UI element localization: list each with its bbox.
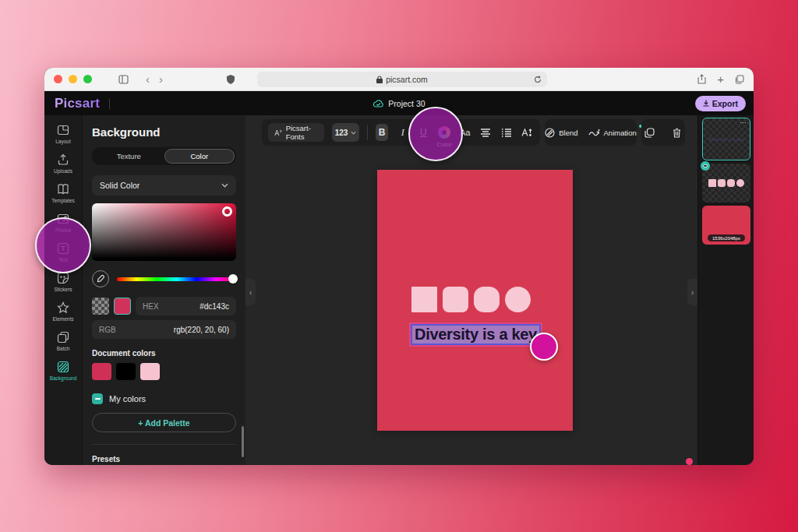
reload-icon[interactable] (534, 76, 542, 83)
shape-circle[interactable] (505, 287, 531, 312)
color-picker-handle[interactable] (222, 206, 232, 217)
list-icon (501, 129, 512, 137)
sidebar-item-layout[interactable]: Layout (55, 124, 71, 144)
layer-shapes-thumbnail[interactable] (702, 164, 750, 203)
forward-button[interactable]: › (154, 73, 168, 85)
export-button[interactable]: Export (695, 96, 746, 111)
expand-panel-button[interactable]: › (687, 279, 697, 305)
browser-titlebar: ‹ › picsart.com + (44, 68, 754, 91)
minimize-window-button[interactable] (69, 75, 77, 83)
background-panel: Background Texture Color Solid Color (82, 115, 245, 465)
layer-visibility-icon[interactable] (701, 161, 710, 171)
color-swatch[interactable] (140, 363, 160, 380)
project-chip[interactable]: Project 30 (373, 99, 425, 108)
sidebar-toggle-icon[interactable] (118, 75, 129, 84)
lock-icon (376, 76, 383, 83)
font-name: Picsart-Fonts (286, 124, 318, 141)
add-palette-button[interactable]: + Add Palette (92, 413, 236, 432)
color-swatch[interactable] (92, 363, 111, 380)
letter-spacing-icon (521, 128, 533, 137)
sidebar-item-background[interactable]: Background (50, 361, 77, 381)
back-button[interactable]: ‹ (141, 73, 154, 85)
new-tab-icon[interactable]: + (717, 72, 724, 86)
sidebar-item-templates[interactable]: Templates (51, 183, 75, 203)
saturation-brightness-field[interactable] (92, 203, 236, 261)
picsart-logo[interactable]: Picsart (55, 96, 100, 111)
layer-menu-icon[interactable]: ⋯ (740, 119, 747, 126)
address-bar[interactable]: picsart.com (257, 72, 547, 87)
rgb-label: RGB (99, 326, 116, 334)
close-window-button[interactable] (54, 75, 62, 83)
notification-dot (686, 458, 693, 465)
sidebar-item-uploads[interactable]: Uploads (54, 153, 72, 174)
blend-label: Blend (559, 129, 577, 137)
text-align-button[interactable] (479, 124, 493, 141)
font-size-value: 123 (335, 129, 348, 137)
hex-input[interactable]: HEX #dc143c (136, 297, 236, 315)
line-spacing-button[interactable] (500, 124, 514, 141)
shape-rounded-square[interactable] (443, 287, 468, 312)
toolbar-separator (367, 125, 368, 140)
font-size-select[interactable]: 123 (332, 123, 359, 142)
headline-text-selected[interactable]: Diversity is a key (411, 324, 541, 345)
delete-button[interactable] (669, 124, 685, 141)
duplicate-icon (644, 128, 655, 138)
tab-color[interactable]: Color (164, 149, 235, 164)
layout-icon (57, 124, 69, 136)
font-icon (274, 129, 282, 137)
effects-toolbar: Blend Animation (545, 119, 637, 146)
cloud-saved-icon (373, 99, 383, 108)
blend-button[interactable]: Blend (545, 128, 577, 138)
presets-label: Presets (92, 455, 236, 463)
sidebar-item-batch[interactable]: Batch (57, 331, 70, 351)
hex-label: HEX (143, 302, 159, 311)
eyedropper-icon (97, 275, 104, 283)
download-icon (703, 100, 709, 107)
hue-slider-handle[interactable] (228, 274, 238, 284)
texture-color-tabs: Texture Color (92, 147, 236, 165)
letter-spacing-button[interactable] (521, 124, 534, 141)
templates-icon (57, 183, 69, 196)
header-divider (109, 98, 110, 109)
sidebar-item-stickers[interactable]: Stickers (54, 272, 72, 292)
rgb-value: rgb(220, 20, 60) (174, 326, 229, 334)
my-colors-label: My colors (109, 394, 146, 403)
project-name: Project 30 (388, 99, 425, 108)
document-colors-row (92, 363, 236, 380)
fill-type-select[interactable]: Solid Color (92, 175, 236, 196)
bold-button[interactable]: B (376, 124, 389, 141)
share-icon[interactable] (697, 74, 706, 84)
layer-background-thumbnail[interactable]: 1536x2048px (702, 206, 750, 245)
current-color-swatch[interactable] (114, 298, 131, 315)
rgb-input[interactable]: RGB rgb(220, 20, 60) (92, 320, 236, 339)
trash-icon (673, 128, 681, 138)
layer-text-thumbnail[interactable]: Diversity is a key ⋯ (702, 118, 750, 160)
my-colors-row[interactable]: My colors (92, 393, 236, 404)
animation-icon (588, 129, 600, 137)
italic-button[interactable]: I (396, 124, 409, 141)
fill-type-value: Solid Color (100, 181, 139, 190)
shape-square[interactable] (411, 287, 437, 312)
animation-button[interactable]: Animation (588, 129, 637, 137)
sidebar-item-elements[interactable]: Elements (52, 301, 73, 322)
design-canvas[interactable]: Diversity is a key (377, 170, 573, 431)
click-indicator-dot (530, 333, 558, 361)
hue-slider[interactable] (117, 277, 236, 281)
app-header: Picsart Project 30 Export (44, 91, 754, 115)
tab-texture[interactable]: Texture (94, 149, 164, 164)
zoom-window-button[interactable] (83, 75, 92, 83)
color-swatch[interactable] (116, 363, 136, 380)
font-family-button[interactable]: Picsart-Fonts (268, 123, 324, 142)
panel-scrollbar[interactable] (242, 426, 244, 457)
shield-icon[interactable] (227, 75, 235, 84)
collapse-panel-button[interactable]: ‹ (245, 279, 256, 305)
duplicate-button[interactable] (641, 124, 658, 141)
transparency-swatch[interactable] (92, 298, 109, 315)
shapes-layer[interactable] (411, 287, 531, 312)
shape-rounder-square[interactable] (474, 287, 500, 312)
eyedropper-button[interactable] (92, 270, 109, 287)
uploads-icon (57, 153, 69, 166)
chevron-down-icon (351, 131, 356, 135)
tab-overview-icon[interactable] (735, 75, 744, 84)
canvas-size-badge: 1536x2048px (708, 234, 745, 241)
